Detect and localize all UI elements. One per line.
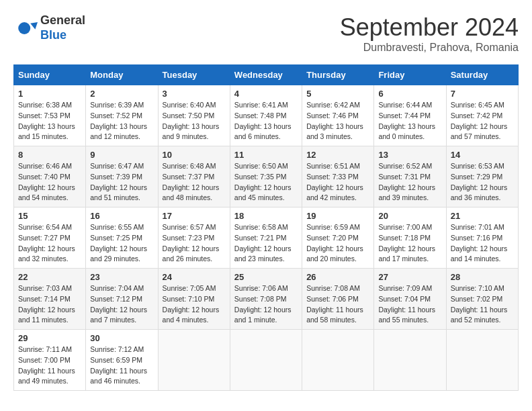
day-info: Sunrise: 7:08 AMSunset: 7:06 PMDaylight:… [306,283,369,326]
day-number: 15 [18,211,81,221]
calendar-cell: 19Sunrise: 6:59 AMSunset: 7:20 PMDayligh… [302,208,374,269]
day-number: 20 [378,211,441,221]
day-info: Sunrise: 7:09 AMSunset: 7:04 PMDaylight:… [378,283,441,326]
day-number: 14 [451,150,514,160]
day-info: Sunrise: 6:44 AMSunset: 7:44 PMDaylight:… [378,100,441,142]
day-number: 4 [234,89,298,99]
calendar-cell: 16Sunrise: 6:55 AMSunset: 7:25 PMDayligh… [86,208,158,269]
calendar-cell: 20Sunrise: 7:00 AMSunset: 7:18 PMDayligh… [374,208,446,269]
day-number: 27 [378,272,441,282]
calendar-cell: 13Sunrise: 6:52 AMSunset: 7:31 PMDayligh… [374,146,446,208]
day-number: 9 [90,150,153,160]
day-info: Sunrise: 6:48 AMSunset: 7:37 PMDaylight:… [163,161,226,203]
svg-point-0 [18,22,30,34]
calendar-cell: 8Sunrise: 6:46 AMSunset: 7:40 PMDaylight… [14,146,86,208]
calendar-cell: 26Sunrise: 7:08 AMSunset: 7:06 PMDayligh… [302,269,374,330]
day-info: Sunrise: 7:01 AMSunset: 7:16 PMDaylight:… [451,222,514,265]
calendar-cell: 2Sunrise: 6:39 AMSunset: 7:52 PMDaylight… [86,85,158,146]
calendar-cell: 27Sunrise: 7:09 AMSunset: 7:04 PMDayligh… [374,269,446,330]
day-info: Sunrise: 7:12 AMSunset: 6:59 PMDaylight:… [90,345,153,387]
day-info: Sunrise: 6:51 AMSunset: 7:33 PMDaylight:… [306,161,369,203]
title-area: September 2024 Dumbravesti, Prahova, Rom… [340,13,519,54]
day-info: Sunrise: 6:52 AMSunset: 7:31 PMDaylight:… [378,161,441,203]
calendar-cell: 22Sunrise: 7:03 AMSunset: 7:14 PMDayligh… [14,269,86,330]
day-number: 3 [163,89,226,99]
day-number: 16 [90,211,153,221]
day-number: 21 [451,211,514,221]
day-info: Sunrise: 7:05 AMSunset: 7:10 PMDaylight:… [163,283,226,326]
day-number: 13 [378,150,441,160]
calendar-cell: 3Sunrise: 6:40 AMSunset: 7:50 PMDaylight… [158,85,230,146]
calendar-cell: 21Sunrise: 7:01 AMSunset: 7:16 PMDayligh… [446,208,518,269]
calendar-cell: 1Sunrise: 6:38 AMSunset: 7:53 PMDaylight… [14,85,86,146]
location-subtitle: Dumbravesti, Prahova, Romania [340,42,519,54]
month-title: September 2024 [340,13,519,42]
day-number: 6 [378,89,441,99]
calendar-cell: 6Sunrise: 6:44 AMSunset: 7:44 PMDaylight… [374,85,446,146]
calendar-cell: 12Sunrise: 6:51 AMSunset: 7:33 PMDayligh… [302,146,374,208]
calendar-week-row: 29Sunrise: 7:11 AMSunset: 7:00 PMDayligh… [14,330,519,391]
day-info: Sunrise: 6:59 AMSunset: 7:20 PMDaylight:… [306,222,369,265]
calendar-cell: 17Sunrise: 6:57 AMSunset: 7:23 PMDayligh… [158,208,230,269]
calendar-cell: 28Sunrise: 7:10 AMSunset: 7:02 PMDayligh… [446,269,518,330]
calendar-header-tuesday: Tuesday [158,65,230,85]
day-info: Sunrise: 6:50 AMSunset: 7:35 PMDaylight:… [234,161,298,203]
calendar-header-thursday: Thursday [302,65,374,85]
day-info: Sunrise: 7:03 AMSunset: 7:14 PMDaylight:… [18,283,81,326]
day-info: Sunrise: 6:41 AMSunset: 7:48 PMDaylight:… [234,100,298,142]
day-number: 28 [451,272,514,282]
day-number: 23 [90,272,153,282]
day-number: 2 [90,89,153,99]
day-info: Sunrise: 6:38 AMSunset: 7:53 PMDaylight:… [18,100,81,142]
calendar-cell: 4Sunrise: 6:41 AMSunset: 7:48 PMDaylight… [230,85,302,146]
calendar-cell: 5Sunrise: 6:42 AMSunset: 7:46 PMDaylight… [302,85,374,146]
calendar-week-row: 8Sunrise: 6:46 AMSunset: 7:40 PMDaylight… [14,146,519,208]
calendar-cell: 23Sunrise: 7:04 AMSunset: 7:12 PMDayligh… [86,269,158,330]
calendar-cell [302,330,374,391]
day-number: 10 [163,150,226,160]
day-info: Sunrise: 6:54 AMSunset: 7:27 PMDaylight:… [18,222,81,265]
day-info: Sunrise: 6:55 AMSunset: 7:25 PMDaylight:… [90,222,153,265]
calendar-cell: 14Sunrise: 6:53 AMSunset: 7:29 PMDayligh… [446,146,518,208]
calendar-cell [158,330,230,391]
day-info: Sunrise: 7:10 AMSunset: 7:02 PMDaylight:… [451,283,514,326]
calendar-cell: 18Sunrise: 6:58 AMSunset: 7:21 PMDayligh… [230,208,302,269]
day-number: 7 [451,89,514,99]
calendar-cell [374,330,446,391]
day-number: 8 [18,150,81,160]
day-info: Sunrise: 6:47 AMSunset: 7:39 PMDaylight:… [90,161,153,203]
calendar-header-monday: Monday [86,65,158,85]
day-number: 5 [306,89,369,99]
calendar-cell: 7Sunrise: 6:45 AMSunset: 7:42 PMDaylight… [446,85,518,146]
day-number: 17 [163,211,226,221]
calendar-cell [230,330,302,391]
day-info: Sunrise: 6:53 AMSunset: 7:29 PMDaylight:… [451,161,514,203]
calendar-cell [446,330,518,391]
calendar-header-saturday: Saturday [446,65,518,85]
day-info: Sunrise: 6:46 AMSunset: 7:40 PMDaylight:… [18,161,81,203]
day-info: Sunrise: 6:57 AMSunset: 7:23 PMDaylight:… [163,222,226,265]
calendar-week-row: 15Sunrise: 6:54 AMSunset: 7:27 PMDayligh… [14,208,519,269]
day-info: Sunrise: 6:39 AMSunset: 7:52 PMDaylight:… [90,100,153,142]
calendar-header-wednesday: Wednesday [230,65,302,85]
calendar-cell: 30Sunrise: 7:12 AMSunset: 6:59 PMDayligh… [86,330,158,391]
day-number: 18 [234,211,298,221]
day-number: 24 [163,272,226,282]
logo-general-text: General [40,13,85,27]
calendar-cell: 9Sunrise: 6:47 AMSunset: 7:39 PMDaylight… [86,146,158,208]
calendar-header-row: SundayMondayTuesdayWednesdayThursdayFrid… [14,65,519,85]
logo-icon [13,16,38,40]
day-number: 19 [306,211,369,221]
day-number: 22 [18,272,81,282]
day-number: 26 [306,272,369,282]
logo: General Blue [13,13,85,42]
calendar-cell: 25Sunrise: 7:06 AMSunset: 7:08 PMDayligh… [230,269,302,330]
day-info: Sunrise: 6:40 AMSunset: 7:50 PMDaylight:… [163,100,226,142]
calendar-header-sunday: Sunday [14,65,86,85]
day-info: Sunrise: 6:45 AMSunset: 7:42 PMDaylight:… [451,100,514,142]
calendar-cell: 11Sunrise: 6:50 AMSunset: 7:35 PMDayligh… [230,146,302,208]
day-info: Sunrise: 7:04 AMSunset: 7:12 PMDaylight:… [90,283,153,326]
calendar-cell: 10Sunrise: 6:48 AMSunset: 7:37 PMDayligh… [158,146,230,208]
day-info: Sunrise: 6:58 AMSunset: 7:21 PMDaylight:… [234,222,298,265]
day-number: 25 [234,272,298,282]
